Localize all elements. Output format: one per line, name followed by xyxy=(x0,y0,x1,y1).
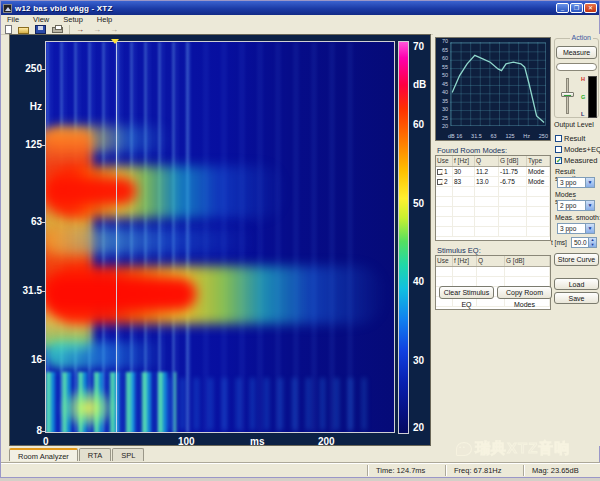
axis-tick-label: Hz xyxy=(18,101,42,112)
db-colorbar xyxy=(398,41,409,434)
chevron-down-icon[interactable]: ▼ xyxy=(585,224,594,233)
action-group-title: Action xyxy=(570,34,593,41)
axis-tick-label: 31.5 xyxy=(18,285,42,296)
spinner-arrows-icon[interactable]: ▲▼ xyxy=(588,238,596,247)
toolbar-separator xyxy=(69,25,70,34)
mode-row[interactable] xyxy=(436,227,550,237)
preview-y-labels: 7065605550454035302520 xyxy=(437,39,448,129)
modes-smooth-select[interactable]: 2 ppo▼ xyxy=(557,200,595,211)
transfer-arrow-icon-1[interactable]: → xyxy=(76,25,87,34)
eq-row[interactable] xyxy=(436,267,550,277)
level-meter xyxy=(588,76,597,118)
axis-tick-label: 0 xyxy=(43,436,49,447)
measured-checkbox[interactable]: ✓ Measured xyxy=(555,156,597,165)
mode-row[interactable] xyxy=(436,187,550,197)
tab-spl[interactable]: SPL xyxy=(112,448,144,461)
t-ms-label: t [ms] xyxy=(551,239,567,246)
response-preview-chart: 7065605550454035302520 dB 1631.563125Hz2… xyxy=(435,37,551,141)
level-mark-good: G xyxy=(581,94,585,100)
store-curve-button[interactable]: Store Curve xyxy=(554,253,599,266)
open-folder-icon[interactable] xyxy=(18,27,29,34)
menu-help[interactable]: Help xyxy=(95,15,114,24)
cursor-marker-icon[interactable] xyxy=(111,39,119,44)
menu-view[interactable]: View xyxy=(31,15,51,24)
mode-row[interactable]: ✓13011.2-11.75Mode xyxy=(436,167,550,177)
axis-tick-label: 125 xyxy=(18,139,42,150)
save-icon[interactable] xyxy=(35,25,46,34)
measured-checkbox-box[interactable]: ✓ xyxy=(555,157,562,164)
axis-tick-label: ms xyxy=(250,436,264,447)
status-freq: Freq: 67.81Hz xyxy=(445,465,523,476)
control-panel: 7065605550454035302520 dB 1631.563125Hz2… xyxy=(433,34,600,446)
axis-tick-label: dB xyxy=(413,79,426,90)
transfer-arrow-icon-2[interactable]: → xyxy=(93,25,104,34)
found-modes-table[interactable]: Usef [Hz]QG [dB]Type ✓13011.2-11.75Mode✓… xyxy=(435,155,551,241)
measure-button[interactable]: Measure xyxy=(556,46,597,59)
axis-tick-label: 63 xyxy=(18,216,42,227)
titlebar: w12 bas vbid vägg - XTZ _ ❐ ✕ xyxy=(1,1,599,15)
close-button[interactable]: ✕ xyxy=(584,3,597,13)
axis-tick-label: 40 xyxy=(413,276,424,287)
axis-tick-label: 70 xyxy=(413,41,424,52)
axis-tick-label: 30 xyxy=(413,355,424,366)
chevron-down-icon[interactable]: ▼ xyxy=(585,201,594,210)
measure-progressbar xyxy=(556,63,597,71)
axis-tick-label: 100 xyxy=(178,436,195,447)
level-mark-high: H xyxy=(581,76,585,82)
output-level-slider-handle[interactable] xyxy=(561,92,574,97)
result-smooth-select[interactable]: 3 ppo▼ xyxy=(557,177,595,188)
y-tickmark xyxy=(41,145,45,146)
level-mark-low: L xyxy=(581,111,584,117)
status-mag: Mag: 23.65dB xyxy=(523,465,600,476)
modes-eq-checkbox[interactable]: Modes+EQ xyxy=(555,145,600,154)
load-button[interactable]: Load xyxy=(554,278,599,290)
axis-tick-label: 60 xyxy=(413,119,424,130)
output-level-label: Output Level xyxy=(554,121,594,128)
mode-row[interactable]: ✓28313.0-6.75Mode xyxy=(436,177,550,187)
axis-tick-label: 8 xyxy=(18,425,42,436)
print-icon[interactable] xyxy=(52,27,63,33)
result-checkbox[interactable]: Result xyxy=(555,134,585,143)
chevron-down-icon[interactable]: ▼ xyxy=(585,178,594,187)
clear-stimulus-eq-button[interactable]: Clear Stimulus EQ xyxy=(439,286,494,299)
app-window: w12 bas vbid vägg - XTZ _ ❐ ✕ File View … xyxy=(0,0,600,478)
mode-row[interactable] xyxy=(436,217,550,227)
minimize-button[interactable]: _ xyxy=(556,3,569,13)
transfer-arrow-icon-3[interactable]: → xyxy=(110,25,121,34)
y-tickmark xyxy=(41,360,45,361)
axis-tick-label: 16 xyxy=(18,354,42,365)
modes-eq-checkbox-box[interactable] xyxy=(555,146,562,153)
stimulus-eq-label: Stimulus EQ: xyxy=(437,246,481,255)
status-time: Time: 124.7ms xyxy=(367,465,445,476)
menu-setup[interactable]: Setup xyxy=(61,15,85,24)
meas-smooth-select[interactable]: 3 ppo▼ xyxy=(557,223,595,234)
axis-tick-label: 20 xyxy=(413,422,424,433)
preview-x-labels: dB 1631.563125Hz250 xyxy=(448,133,548,139)
mode-row[interactable] xyxy=(436,207,550,217)
copy-room-modes-button[interactable]: Copy Room Modes xyxy=(497,286,552,299)
time-cursor-line[interactable] xyxy=(116,42,117,432)
menu-file[interactable]: File xyxy=(5,15,21,24)
mode-row[interactable] xyxy=(436,197,550,207)
axis-tick-label: 250 xyxy=(18,63,42,74)
window-title: w12 bas vbid vägg - XTZ xyxy=(15,4,113,13)
y-tickmark xyxy=(41,222,45,223)
result-checkbox-box[interactable] xyxy=(555,135,562,142)
preview-response-curve xyxy=(450,42,546,126)
stimulus-eq-header: Usef [Hz]QG [dB] xyxy=(436,256,550,267)
found-modes-header: Usef [Hz]QG [dB]Type xyxy=(436,156,550,167)
spectrogram-plot[interactable] xyxy=(45,41,395,433)
maximize-button[interactable]: ❐ xyxy=(570,3,583,13)
statusbar: Time: 124.7ms Freq: 67.81Hz Mag: 23.65dB xyxy=(1,463,600,477)
new-document-icon[interactable] xyxy=(5,25,12,34)
tab-rta[interactable]: RTA xyxy=(79,448,111,461)
t-ms-spinner[interactable]: 50.0 ▲▼ xyxy=(571,237,597,248)
y-tickmark xyxy=(41,431,45,432)
y-tickmark xyxy=(41,291,45,292)
y-tickmark xyxy=(41,69,45,70)
view-tabs: Room Analyzer RTA SPL xyxy=(9,448,144,461)
save-button[interactable]: Save xyxy=(554,292,599,304)
tab-room-analyzer[interactable]: Room Analyzer xyxy=(9,448,78,461)
app-icon xyxy=(3,4,12,13)
menubar: File View Setup Help xyxy=(1,15,599,24)
